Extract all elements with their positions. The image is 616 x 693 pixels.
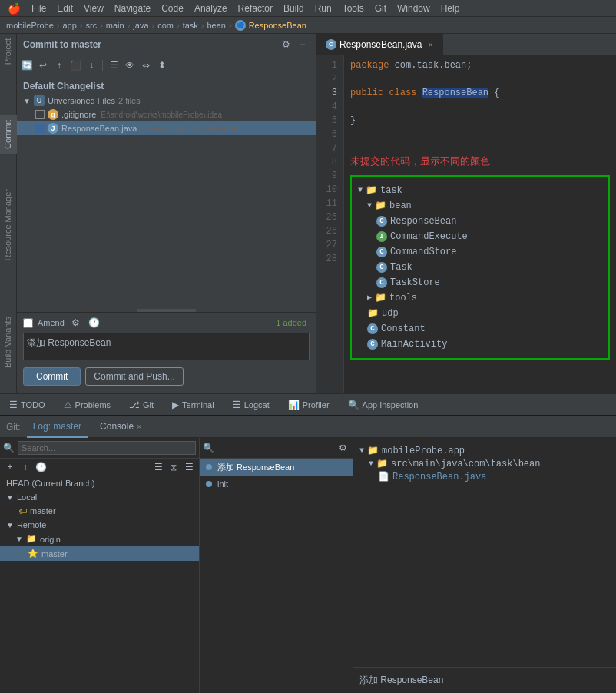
tree-label-constant: Constant bbox=[381, 322, 426, 336]
move-up-icon[interactable]: ↑ bbox=[52, 58, 66, 72]
chevron-path-icon[interactable]: ▼ bbox=[369, 459, 373, 468]
commit-message-input[interactable]: 添加 ResponseBean bbox=[23, 333, 310, 360]
chevron-root-icon[interactable]: ▼ bbox=[359, 446, 364, 455]
git-tab-log[interactable]: Log: master bbox=[27, 416, 88, 438]
sidebar-tab-build[interactable]: Build Variants bbox=[0, 312, 17, 373]
bottom-tab-todo[interactable]: ☰ TODO bbox=[0, 394, 55, 416]
menu-refactor[interactable]: Refactor bbox=[233, 2, 277, 15]
tree-item-udp[interactable]: 📁 udp bbox=[358, 306, 602, 321]
commit-settings-icon[interactable]: ⚙ bbox=[279, 38, 293, 51]
bottom-tab-logcat[interactable]: ☰ Logcat bbox=[224, 394, 279, 416]
folder-path-icon: 📁 bbox=[376, 458, 388, 469]
code-content[interactable]: package com.task.bean; public class Resp… bbox=[344, 55, 616, 393]
commit-entry-add-responsebean[interactable]: 添加 ResponseBean bbox=[200, 459, 353, 476]
chevron-down-icon[interactable]: ▼ bbox=[23, 97, 31, 105]
down-icon[interactable]: ↓ bbox=[84, 58, 98, 72]
git-tab-console[interactable]: Console × bbox=[94, 416, 147, 438]
tree-item-mainactivity[interactable]: C MainActivity bbox=[358, 337, 602, 352]
git-filter-icon[interactable]: ⧖ bbox=[167, 460, 180, 474]
bottom-tab-profiler[interactable]: 📊 Profiler bbox=[279, 394, 339, 416]
menu-view[interactable]: View bbox=[79, 2, 108, 15]
commit-button[interactable]: Commit bbox=[23, 367, 81, 386]
breadcrumb-com[interactable]: com bbox=[157, 21, 174, 30]
commit-push-button[interactable]: Commit and Push... bbox=[85, 367, 183, 386]
chevron-local-icon[interactable]: ▼ bbox=[6, 493, 14, 502]
refresh-icon[interactable]: 🔄 bbox=[20, 58, 34, 72]
group-icon[interactable]: ☰ bbox=[107, 58, 121, 72]
git-group-icon[interactable]: ☰ bbox=[151, 460, 165, 474]
tree-item-commandexecute[interactable]: I CommandExecute bbox=[358, 229, 602, 244]
commit-minimize-icon[interactable]: − bbox=[296, 38, 310, 51]
editor-tab-responsebean[interactable]: C ResponseBean.java × bbox=[316, 34, 443, 55]
amend-history-icon[interactable]: 🕐 bbox=[88, 316, 101, 330]
bottom-tab-appinspection[interactable]: 🔍 App Inspection bbox=[339, 394, 428, 416]
amend-checkbox[interactable] bbox=[23, 318, 33, 328]
menu-tools[interactable]: Tools bbox=[338, 2, 369, 15]
bottom-tab-git[interactable]: ⎇ Git bbox=[120, 394, 163, 416]
git-icon: ⎇ bbox=[129, 400, 140, 410]
diff-icon[interactable]: ⬛ bbox=[68, 58, 82, 72]
amend-settings-icon[interactable]: ⚙ bbox=[69, 316, 83, 330]
file-checkbox-gitignore[interactable] bbox=[35, 110, 45, 119]
tree-item-tools[interactable]: ▶ 📁 tools bbox=[358, 290, 602, 306]
undo-icon[interactable]: ↩ bbox=[36, 58, 50, 72]
file-item-gitignore[interactable]: g .gitignore E:\android\works\mobileProb… bbox=[17, 108, 316, 121]
menu-edit[interactable]: Edit bbox=[52, 2, 78, 15]
commit-entry-init[interactable]: init bbox=[200, 476, 353, 492]
tree-item-responsebean[interactable]: C ResponseBean bbox=[358, 214, 602, 229]
chevron-remote-icon[interactable]: ▼ bbox=[6, 521, 14, 529]
git-add-icon[interactable]: + bbox=[3, 460, 17, 474]
details-file-link[interactable]: ResponseBean.java bbox=[392, 472, 486, 482]
menu-run[interactable]: Run bbox=[310, 2, 336, 15]
sort-icon[interactable]: ⬍ bbox=[155, 58, 169, 72]
menu-window[interactable]: Window bbox=[392, 2, 435, 15]
git-update-icon[interactable]: 🕐 bbox=[34, 460, 48, 474]
breadcrumb-src[interactable]: src bbox=[85, 21, 97, 30]
eye-icon[interactable]: 👁 bbox=[123, 58, 137, 72]
menu-code[interactable]: Code bbox=[157, 2, 188, 15]
menu-file[interactable]: File bbox=[27, 2, 51, 15]
menu-analyze[interactable]: Analyze bbox=[190, 2, 232, 15]
branch-item-origin[interactable]: ▼ 📁 origin bbox=[0, 532, 199, 546]
branch-search-input[interactable] bbox=[18, 441, 196, 455]
tree-item-constant[interactable]: C Constant bbox=[358, 321, 602, 337]
git-console-close-icon[interactable]: × bbox=[137, 422, 141, 431]
git-push-icon[interactable]: ↑ bbox=[18, 460, 32, 474]
breadcrumb-current-class[interactable]: ResponseBean bbox=[249, 21, 306, 30]
branch-item-origin-master[interactable]: ⭐ master bbox=[0, 546, 199, 561]
bottom-tab-problems[interactable]: ⚠ Problems bbox=[55, 394, 120, 416]
breadcrumb-app[interactable]: app bbox=[62, 21, 76, 30]
breadcrumb-bean[interactable]: bean bbox=[207, 21, 226, 30]
breadcrumb-java[interactable]: java bbox=[133, 21, 148, 30]
details-tree-file[interactable]: 📄 ResponseBean.java bbox=[359, 470, 610, 483]
breadcrumb-main[interactable]: main bbox=[106, 21, 124, 30]
breadcrumb-mobileprobe[interactable]: mobileProbe bbox=[6, 21, 54, 30]
chevron-icon-task[interactable]: ▼ bbox=[358, 184, 363, 197]
sidebar-tab-project[interactable]: Project bbox=[0, 34, 17, 69]
bottom-tab-terminal[interactable]: ▶ Terminal bbox=[163, 394, 224, 416]
tree-item-task-class[interactable]: C Task bbox=[358, 260, 602, 275]
branch-item-head[interactable]: HEAD (Current Branch) bbox=[0, 476, 199, 490]
commits-search-input[interactable] bbox=[217, 442, 333, 454]
tree-item-commandstore[interactable]: C CommandStore bbox=[358, 244, 602, 260]
menu-help[interactable]: Help bbox=[436, 2, 465, 15]
chevron-origin-icon[interactable]: ▼ bbox=[15, 535, 23, 543]
file-checkbox-responsebean[interactable] bbox=[35, 124, 45, 133]
menu-build[interactable]: Build bbox=[279, 2, 309, 15]
sidebar-tab-resource[interactable]: Resource Manager bbox=[0, 184, 17, 266]
branch-item-master-local[interactable]: 🏷 master bbox=[0, 504, 199, 518]
chevron-icon-tools[interactable]: ▶ bbox=[367, 291, 372, 305]
tab-close-icon[interactable]: × bbox=[428, 40, 432, 49]
chevron-icon-bean[interactable]: ▼ bbox=[367, 199, 372, 213]
sidebar-tab-commit[interactable]: Commit bbox=[0, 115, 17, 154]
git-settings-icon[interactable]: ☰ bbox=[182, 460, 196, 474]
menu-navigate[interactable]: Navigate bbox=[110, 2, 155, 15]
apple-icon[interactable]: 🍎 bbox=[3, 2, 25, 15]
file-item-responsebean[interactable]: J ResponseBean.java E:\android\works\mob… bbox=[17, 121, 316, 135]
commit-filter-icon[interactable]: ⚙ bbox=[336, 441, 349, 455]
breadcrumb-task[interactable]: task bbox=[183, 21, 198, 30]
tree-item-taskstore[interactable]: C TaskStore bbox=[358, 275, 602, 290]
terminal-label: Terminal bbox=[182, 400, 214, 410]
menu-git[interactable]: Git bbox=[370, 2, 391, 15]
expand-icon[interactable]: ⇔ bbox=[139, 58, 153, 72]
